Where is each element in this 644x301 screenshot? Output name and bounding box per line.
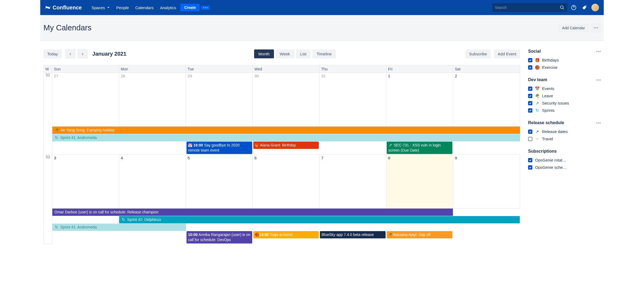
event-sprint41[interactable]: ↻ Sprint 41: Andromeda — [52, 134, 520, 141]
brand-logo[interactable]: Confluence — [45, 4, 82, 11]
sidebar-group-title: Subscriptions — [528, 149, 557, 154]
day-cell[interactable]: 2 — [453, 73, 520, 127]
event-camping[interactable]: 🌴 Jie Yang Song: Camping holiday — [52, 127, 520, 134]
week-2-row: 53 3 4 5 6 7 8 9 — [44, 155, 520, 208]
sidebar-item[interactable]: ↗Release dates — [528, 128, 601, 135]
sidebar-group: SubscriptionsOpsGenie rotat…OpsGenie sch… — [528, 149, 601, 171]
checkbox[interactable] — [528, 108, 532, 113]
view-timeline[interactable]: Timeline — [312, 49, 336, 58]
add-calendar-button[interactable]: Add Calendar — [558, 24, 589, 32]
sidebar-group-header[interactable]: Release schedule — [528, 120, 601, 125]
sidebar-item[interactable]: ↻Sprints — [528, 107, 601, 114]
sidebar-item[interactable]: 📅Events — [528, 85, 601, 92]
ball-icon: 🏀 — [255, 232, 259, 237]
top-nav: Confluence Spaces People Calendars Analy… — [40, 0, 604, 15]
more-icon[interactable] — [597, 51, 601, 52]
event-sprint42[interactable]: ↻Sprint 42: Delphinus — [119, 216, 520, 223]
profile-button[interactable] — [591, 3, 599, 12]
day-header: Fri — [386, 65, 453, 73]
nav-more-button[interactable] — [201, 6, 210, 10]
view-week[interactable]: Week — [276, 49, 294, 58]
tag-icon — [582, 5, 587, 10]
event-yoga[interactable]: 🏀14:00 Yoga at home — [253, 231, 319, 238]
sidebar-group-header[interactable]: Social — [528, 49, 601, 54]
sidebar-group-title: Release schedule — [528, 120, 564, 125]
checkbox[interactable] — [528, 137, 532, 141]
calendar-icon: 📅 — [188, 143, 192, 147]
event-birthday[interactable]: 🎁 Alana Grant: Birthday — [253, 142, 319, 149]
checkbox[interactable] — [528, 158, 532, 162]
sidebar-item[interactable]: OpsGenie sche… — [528, 164, 601, 171]
day-cell-today[interactable]: 8 — [386, 155, 453, 208]
sidebar-group-header[interactable]: Dev team — [528, 77, 601, 82]
subscribe-button[interactable]: Subscribe — [465, 49, 491, 58]
event-goodbye[interactable]: 📅 16:00 Say goodbye to 2020 remote team … — [186, 142, 252, 154]
day-cell[interactable]: 7 — [320, 155, 386, 208]
week-1-events: 🌴 Jie Yang Song: Camping holiday ↻ Sprin… — [44, 127, 520, 155]
sidebar-item[interactable]: ↗Security issues — [528, 99, 601, 107]
palm-icon: 🌴 — [388, 232, 393, 237]
checkbox[interactable] — [528, 101, 532, 105]
event-release[interactable]: BlueSky app 7.4.0 beta release — [320, 231, 386, 238]
sidebar-item-label: OpsGenie sche… — [535, 165, 567, 170]
sidebar-item[interactable]: OpsGenie rotat… — [528, 156, 601, 164]
sidebar-item-label: Birthdays — [542, 58, 559, 62]
arrow-icon: ↗ — [535, 130, 539, 134]
sidebar-item[interactable]: 🎁Birthdays — [528, 56, 601, 64]
day-cell[interactable]: 28 — [119, 73, 186, 127]
day-cell[interactable]: 29 — [186, 73, 253, 127]
day-cell[interactable]: 27 — [52, 73, 119, 127]
view-list[interactable]: List — [296, 49, 311, 58]
checkbox[interactable] — [528, 58, 532, 62]
event-security[interactable]: ↗ SEC-731 - XSS vuln in login screen (Du… — [387, 142, 452, 154]
sidebar-item-label: Release dates — [542, 129, 568, 134]
cycle-icon: ↻ — [54, 136, 59, 140]
nav-people[interactable]: People — [113, 0, 132, 15]
cycle-icon: ↻ — [535, 108, 539, 113]
svg-point-0 — [560, 6, 563, 9]
header-more-button[interactable] — [591, 23, 601, 33]
checkbox[interactable] — [528, 65, 532, 70]
next-button[interactable]: › — [77, 49, 88, 59]
sidebar-item[interactable]: 🌴Leave — [528, 92, 601, 99]
today-button[interactable]: Today — [43, 49, 62, 58]
day-cell[interactable]: 9 — [453, 155, 520, 208]
checkbox[interactable] — [528, 94, 532, 98]
prev-button[interactable]: ‹ — [65, 49, 76, 59]
help-button[interactable] — [569, 3, 578, 12]
add-event-button[interactable]: Add Event — [494, 49, 520, 58]
nav-calendars[interactable]: Calendars — [132, 0, 157, 15]
search-box[interactable] — [492, 3, 567, 12]
checkbox[interactable] — [528, 87, 532, 91]
create-button[interactable]: Create — [180, 4, 200, 11]
sidebar-item-label: OpsGenie rotat… — [535, 158, 566, 162]
event-sprint41b[interactable]: ↻Sprint 41: Andromeda — [52, 224, 186, 231]
event-oncall-omar[interactable]: Omar Darboe (user) is on call for schedu… — [52, 209, 453, 216]
view-month[interactable]: Month — [254, 49, 274, 58]
checkbox[interactable] — [528, 165, 532, 170]
nav-spaces[interactable]: Spaces — [88, 0, 113, 15]
notifications-button[interactable] — [580, 3, 589, 12]
sidebar-item[interactable]: 🏀Exercise — [528, 64, 601, 71]
day-cell[interactable]: 5 — [186, 155, 253, 208]
day-cell[interactable]: 30 — [253, 73, 320, 127]
cal-icon: 📅 — [535, 87, 539, 91]
palm-icon: 🌴 — [54, 128, 59, 132]
sidebar-group-header[interactable]: Subscriptions — [528, 149, 601, 154]
more-icon[interactable] — [597, 123, 601, 123]
sidebar-item-label: Travel — [542, 137, 553, 141]
more-icon[interactable] — [597, 80, 601, 80]
checkbox[interactable] — [528, 130, 532, 134]
nav-analytics[interactable]: Analytics — [157, 0, 179, 15]
day-cell[interactable]: 6 — [253, 155, 320, 208]
event-oncall-annika[interactable]: 10:00 Annika Rangarajan (user) is on cal… — [186, 231, 252, 243]
sidebar-item[interactable]: ✈Travel — [528, 135, 601, 142]
sidebar-group: Release schedule↗Release dates✈Travel — [528, 120, 601, 142]
day-cell[interactable]: 4 — [119, 155, 186, 208]
event-dayoff[interactable]: 🌴Hassana Ajayi: Day off — [387, 231, 452, 238]
search-input[interactable] — [495, 5, 560, 10]
cycle-icon: ↻ — [54, 225, 59, 229]
day-cell[interactable]: 3 — [52, 155, 119, 208]
day-cell[interactable]: 1 — [386, 73, 453, 127]
day-cell[interactable]: 31 — [320, 73, 386, 127]
